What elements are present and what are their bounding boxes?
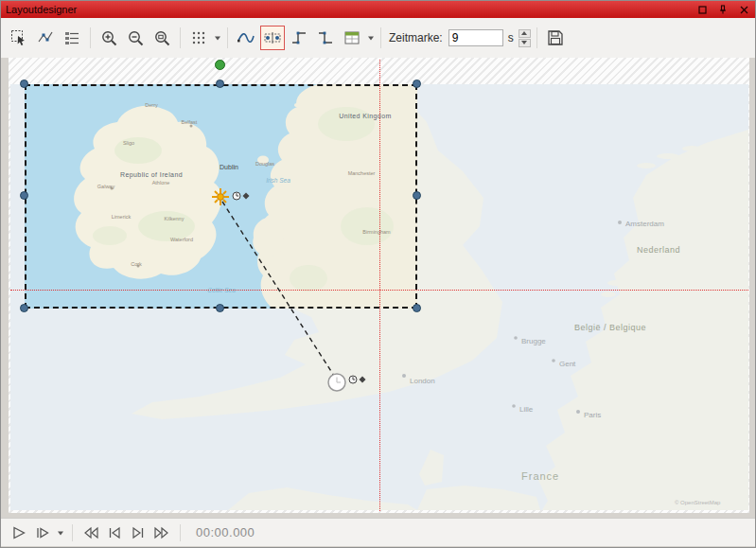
- spinner-down-button[interactable]: [519, 39, 531, 47]
- toolbar-separator: [536, 27, 537, 48]
- zeitmarke-label: Zeitmarke:: [389, 31, 443, 44]
- save-button[interactable]: [543, 26, 568, 50]
- selection-border[interactable]: [25, 84, 417, 309]
- handle-top-center[interactable]: [216, 80, 224, 88]
- handle-top-right[interactable]: [413, 80, 421, 88]
- step-back-button[interactable]: [104, 522, 125, 543]
- page-map-label: Lille: [519, 405, 534, 414]
- handle-middle-right[interactable]: [413, 191, 421, 200]
- page-map-label: Amsterdam: [625, 220, 664, 228]
- titlebar: Layoutdesigner: [1, 1, 755, 18]
- keyframe-in-button[interactable]: [287, 26, 311, 50]
- toolbar-separator: [380, 27, 381, 48]
- page-map-label: België / Belgique: [574, 323, 646, 332]
- restore-icon[interactable]: [695, 4, 709, 15]
- toolbar-separator: [90, 27, 91, 48]
- handle-top-left[interactable]: [20, 80, 28, 88]
- grid-options-button[interactable]: [186, 26, 211, 50]
- toolbar-separator: [180, 27, 181, 48]
- time-display: 00:00.000: [196, 525, 255, 539]
- page-map-label: Brugge: [521, 337, 546, 345]
- curve-tool-button[interactable]: [234, 26, 258, 50]
- keyframe-table-button[interactable]: [340, 26, 364, 50]
- zoom-in-button[interactable]: [97, 26, 121, 50]
- skip-to-end-button[interactable]: [151, 522, 172, 543]
- layoutdesigner-window: Layoutdesigner: [0, 0, 756, 548]
- page-map-label: Gent: [559, 360, 576, 368]
- zeitmarke-input[interactable]: [448, 29, 503, 46]
- page-map-label: London: [410, 377, 435, 385]
- object-list-button[interactable]: [60, 26, 84, 50]
- page-map-label: Nederland: [637, 245, 680, 255]
- marquee-select-button[interactable]: [7, 26, 31, 50]
- close-icon[interactable]: [737, 4, 750, 15]
- pin-icon[interactable]: [716, 4, 730, 15]
- toolbar-separator: [227, 27, 228, 48]
- node-edit-button[interactable]: [33, 26, 58, 50]
- keyframe-table-chevron[interactable]: [367, 34, 375, 42]
- page-map-label: France: [521, 470, 559, 482]
- zeitmarke-unit: s: [508, 31, 514, 44]
- handle-bottom-right[interactable]: [413, 304, 421, 312]
- map-attribution: © OpenStreetMap: [675, 500, 721, 505]
- play-from-marker-button[interactable]: [32, 522, 53, 543]
- grid-options-chevron[interactable]: [214, 34, 221, 42]
- window-controls: [695, 4, 750, 15]
- spinner-up-button[interactable]: [519, 29, 531, 38]
- main-toolbar: Zeitmarke: s: [1, 18, 755, 58]
- rotate-handle[interactable]: [215, 60, 225, 70]
- handle-bottom-center[interactable]: [216, 304, 224, 312]
- transport-bar: 00:00.000: [1, 518, 755, 546]
- transport-separator: [72, 524, 73, 541]
- timeline-range-button[interactable]: [260, 26, 285, 50]
- skip-to-start-button[interactable]: [80, 522, 101, 543]
- play-button[interactable]: [9, 522, 29, 543]
- transport-separator: [180, 524, 181, 541]
- zoom-out-button[interactable]: [123, 26, 148, 50]
- handle-middle-left[interactable]: [20, 191, 28, 200]
- handle-bottom-left[interactable]: [20, 304, 28, 312]
- window-title: Layoutdesigner: [6, 4, 77, 15]
- step-forward-button[interactable]: [128, 522, 149, 543]
- zoom-fit-button[interactable]: [149, 26, 174, 50]
- keyframe-out-button[interactable]: [313, 26, 338, 50]
- layout-canvas[interactable]: London Amsterdam Nederland België / Belg…: [9, 58, 749, 513]
- page-map-label: Paris: [584, 411, 601, 419]
- zeitmarke-spinner: [519, 29, 531, 47]
- play-options-chevron[interactable]: [57, 529, 64, 537]
